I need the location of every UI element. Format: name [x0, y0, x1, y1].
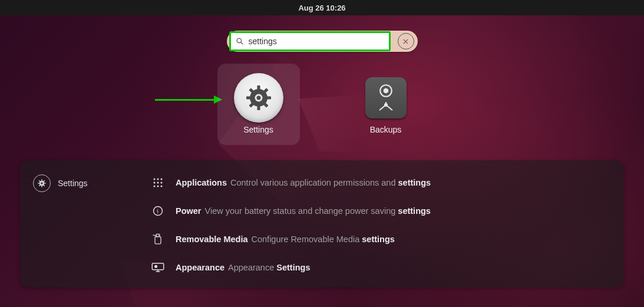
result-text: Removable MediaConfigure Removable Media… [176, 235, 395, 244]
result-title: Removable Media [176, 235, 248, 244]
search-clear-button[interactable] [398, 33, 414, 49]
activities-search [0, 31, 644, 52]
result-text: PowerView your battery status and change… [176, 206, 431, 216]
app-backups[interactable]: Backups [345, 64, 427, 145]
svg-point-33 [161, 179, 163, 180]
svg-point-46 [154, 265, 157, 268]
gear-icon [244, 83, 273, 113]
safe-handle-icon [377, 101, 395, 113]
svg-rect-7 [246, 97, 251, 100]
result-text: AppearanceAppearance Settings [176, 263, 310, 272]
svg-point-14 [256, 96, 260, 100]
svg-point-36 [161, 182, 163, 184]
result-title: Power [176, 206, 202, 216]
result-applications[interactable]: ApplicationsControl various application … [151, 176, 612, 190]
category-label: Settings [58, 179, 88, 188]
svg-point-32 [157, 179, 159, 180]
svg-point-16 [384, 89, 388, 93]
power-icon [151, 204, 165, 218]
search-pill [227, 31, 418, 52]
svg-rect-5 [257, 85, 260, 90]
app-tile: Settings [217, 64, 300, 145]
settings-app-icon [233, 72, 285, 124]
usb-icon [151, 232, 165, 246]
result-title: Applications [176, 178, 227, 187]
svg-point-35 [157, 182, 159, 184]
svg-point-30 [41, 182, 42, 184]
svg-line-1 [240, 42, 243, 45]
search-input[interactable] [247, 36, 384, 47]
result-removable-media[interactable]: Removable MediaConfigure Removable Media… [151, 232, 612, 246]
svg-rect-24 [38, 183, 39, 184]
result-text: ApplicationsControl various application … [176, 178, 431, 187]
panel-row: Settings ApplicationsControl various app… [33, 174, 612, 275]
svg-rect-25 [44, 183, 45, 184]
grid-icon [151, 176, 165, 190]
search-field[interactable] [229, 31, 391, 51]
safe-dial-icon [378, 83, 394, 98]
svg-point-37 [154, 186, 156, 187]
svg-rect-8 [266, 97, 271, 100]
app-label: Backups [370, 125, 402, 134]
svg-line-19 [379, 105, 386, 110]
display-icon [151, 260, 165, 275]
svg-point-40 [154, 207, 163, 216]
app-settings[interactable]: Settings [217, 64, 300, 145]
result-list: ApplicationsControl various application … [151, 174, 612, 275]
search-results-panel: Settings ApplicationsControl various app… [20, 160, 624, 288]
result-title: Appearance [176, 263, 224, 272]
result-category-settings: Settings [33, 174, 151, 192]
gear-icon [33, 174, 51, 192]
svg-rect-42 [155, 237, 161, 244]
clock[interactable]: Aug 26 10:26 [298, 4, 345, 12]
svg-point-39 [161, 186, 163, 187]
search-icon [236, 37, 244, 45]
svg-rect-45 [152, 263, 163, 270]
svg-rect-22 [41, 179, 42, 180]
close-icon [402, 38, 409, 45]
app-tile: Backups [345, 64, 427, 145]
svg-point-31 [154, 179, 156, 180]
app-results: Settings Backups [0, 64, 644, 145]
svg-line-20 [386, 105, 392, 110]
result-power[interactable]: PowerView your battery status and change… [151, 204, 612, 218]
app-label: Settings [243, 125, 273, 134]
result-appearance[interactable]: AppearanceAppearance Settings [151, 260, 612, 275]
backups-app-icon [360, 72, 412, 124]
svg-point-0 [237, 38, 242, 43]
top-bar: Aug 26 10:26 [0, 0, 644, 15]
svg-rect-6 [257, 105, 260, 110]
svg-point-34 [154, 182, 156, 184]
svg-point-38 [157, 186, 159, 187]
svg-rect-23 [41, 186, 42, 187]
